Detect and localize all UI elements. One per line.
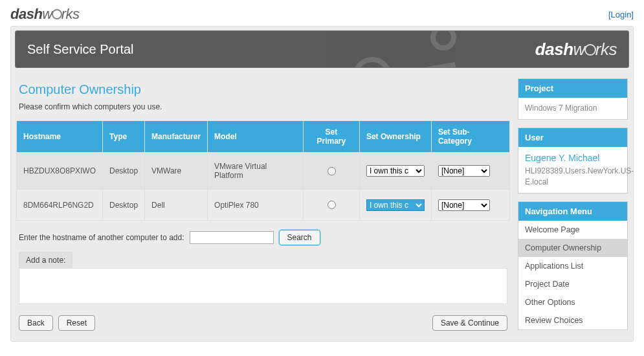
col-hostname: Hostname	[17, 121, 103, 153]
page-intro: Please confirm which computers you use.	[19, 102, 510, 111]
page-container: Self Service Portal dashwrks Computer Ow…	[10, 26, 634, 342]
save-continue-button[interactable]: Save & Continue	[432, 315, 507, 331]
cell-model: VMware Virtual Platform	[208, 153, 304, 190]
user-panel-title: User	[518, 128, 627, 147]
cell-hostname: 8DM664RLP6NG2D	[17, 190, 103, 221]
primary-radio[interactable]	[328, 167, 336, 175]
hero-decor-icon	[353, 30, 508, 68]
brand-dash-text: dash	[10, 6, 42, 22]
add-computer-row: Enter the hostname of another computer t…	[19, 230, 507, 245]
login-link[interactable]: [Login]	[608, 10, 634, 19]
note-textarea[interactable]	[19, 268, 507, 304]
project-panel: Project Windows 7 Migration	[518, 78, 628, 120]
nav-panel: Navigation Menu Welcome Page Computer Ow…	[518, 201, 628, 330]
brand-o-icon	[52, 9, 62, 19]
col-setsubcat: Set Sub-Category	[431, 121, 509, 153]
col-setprimary: Set Primary	[303, 121, 359, 153]
subcategory-select[interactable]: [None]	[438, 199, 490, 211]
col-type: Type	[103, 121, 145, 153]
cell-manufacturer: Dell	[145, 190, 208, 221]
col-model: Model	[208, 121, 304, 153]
ownership-select[interactable]: I own this c	[366, 165, 425, 177]
main-pane: Computer Ownership Please confirm which …	[16, 78, 510, 331]
brand-w: w	[42, 6, 52, 22]
note-section: Add a note:	[19, 252, 507, 306]
nav-item-other-options[interactable]: Other Options	[518, 293, 627, 311]
note-label: Add a note:	[19, 252, 72, 268]
primary-radio[interactable]	[328, 201, 336, 209]
cell-type: Desktop	[103, 190, 145, 221]
project-panel-title: Project	[518, 79, 627, 98]
nav-list: Welcome Page Computer Ownership Applicat…	[518, 221, 627, 329]
ownership-select[interactable]: I own this c	[366, 199, 425, 211]
user-name-link[interactable]: Eugene Y. Michael	[525, 152, 621, 165]
project-value: Windows 7 Migration	[518, 98, 627, 119]
user-detail: HLI928389.Users.NewYork.US-E.local	[525, 166, 634, 186]
hero-title: Self Service Portal	[27, 42, 134, 57]
cell-manufacturer: VMWare	[145, 153, 208, 190]
nav-item-welcome[interactable]: Welcome Page	[518, 221, 627, 239]
search-button[interactable]: Search	[279, 230, 320, 245]
add-computer-label: Enter the hostname of another computer t…	[19, 233, 184, 242]
cell-type: Desktop	[103, 153, 145, 190]
table-header-row: Hostname Type Manufacturer Model Set Pri…	[17, 121, 510, 153]
page-title: Computer Ownership	[19, 82, 510, 97]
table-row: 8DM664RLP6NG2D Desktop Dell OptiPlex 780…	[17, 190, 510, 221]
hostname-input[interactable]	[190, 231, 274, 244]
col-manufacturer: Manufacturer	[145, 121, 208, 153]
cell-hostname: HBZDUX8O8PXIWO	[17, 153, 103, 190]
brand-works-text: rks	[61, 6, 80, 22]
brand-o-icon	[584, 44, 596, 56]
computers-table: Hostname Type Manufacturer Model Set Pri…	[16, 120, 510, 221]
top-bar: dashwrks [Login]	[0, 0, 644, 26]
action-buttons-row: Back Reset Save & Continue	[19, 315, 507, 331]
user-panel: User Eugene Y. Michael HLI928389.Users.N…	[518, 128, 628, 194]
sidebar: Project Windows 7 Migration User Eugene …	[518, 78, 628, 330]
table-row: HBZDUX8O8PXIWO Desktop VMWare VMware Vir…	[17, 153, 510, 190]
cell-model: OptiPlex 780	[208, 190, 304, 221]
nav-item-applications[interactable]: Applications List	[518, 257, 627, 275]
nav-panel-title: Navigation Menu	[518, 202, 627, 221]
reset-button[interactable]: Reset	[58, 315, 95, 331]
col-setownership: Set Ownership	[359, 121, 431, 153]
back-button[interactable]: Back	[19, 315, 53, 331]
nav-item-computer-ownership[interactable]: Computer Ownership	[518, 239, 627, 257]
nav-item-review-choices[interactable]: Review Choices	[518, 311, 627, 329]
subcategory-select[interactable]: [None]	[438, 165, 490, 177]
nav-item-project-date[interactable]: Project Date	[518, 275, 627, 293]
brand-logo-hero: dashwrks	[535, 39, 617, 60]
brand-logo: dashwrks	[10, 6, 80, 23]
hero-banner: Self Service Portal dashwrks	[15, 30, 629, 68]
